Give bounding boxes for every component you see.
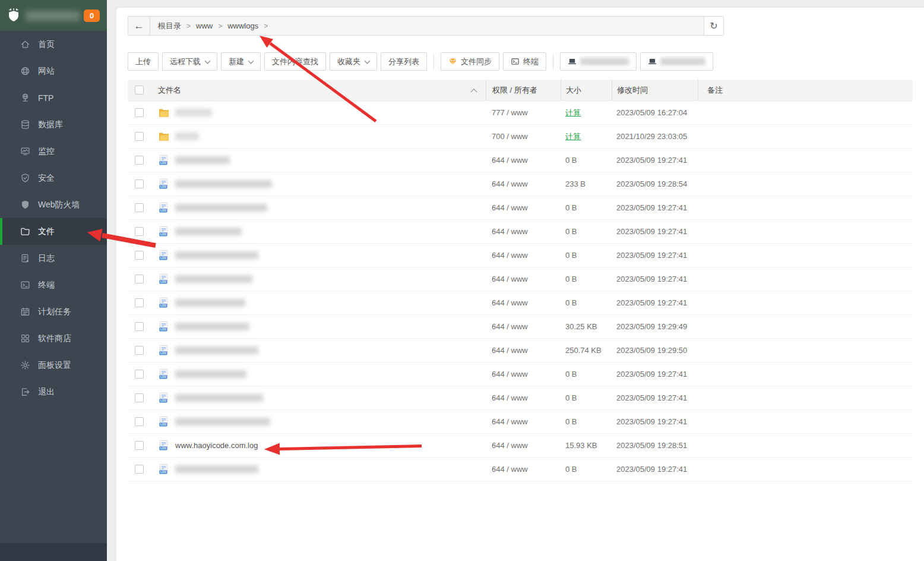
- permission-owner-cell: 644 / www: [486, 203, 561, 212]
- log-file-icon: LOG: [158, 345, 170, 357]
- back-button[interactable]: ←: [128, 17, 150, 35]
- toolbar-new-button[interactable]: 新建: [221, 52, 261, 71]
- redacted-file-name[interactable]: [175, 323, 249, 330]
- sidebar-item-waf[interactable]: Web防火墙: [0, 191, 107, 218]
- file-name-cell: LOG: [156, 178, 486, 190]
- size-cell: 0 B: [561, 370, 612, 379]
- row-checkbox[interactable]: [135, 370, 144, 379]
- size-cell: 15.93 KB: [561, 441, 612, 450]
- row-checkbox[interactable]: [135, 156, 144, 165]
- row-checkbox[interactable]: [135, 108, 144, 117]
- toolbar-redacted-2-button[interactable]: [640, 52, 713, 71]
- redacted-file-name[interactable]: [175, 394, 263, 402]
- toolbar-file-sync-button[interactable]: 文件同步: [441, 52, 499, 71]
- sidebar-item-database[interactable]: 数据库: [0, 111, 107, 138]
- modified-time-cell: 2023/05/09 19:27:41: [612, 298, 698, 307]
- row-checkbox[interactable]: [135, 275, 144, 283]
- sidebar-item-files[interactable]: 文件: [0, 218, 107, 245]
- redacted-file-name[interactable]: [175, 109, 212, 116]
- sidebar-item-label: 首页: [38, 39, 55, 50]
- redacted-file-name[interactable]: [175, 180, 272, 188]
- toolbar-button-label: 上传: [135, 56, 151, 67]
- row-checkbox[interactable]: [135, 251, 144, 260]
- row-checkbox[interactable]: [135, 227, 144, 236]
- row-checkbox[interactable]: [135, 346, 144, 355]
- row-checkbox[interactable]: [135, 465, 144, 474]
- file-name[interactable]: www.haoyicode.com.log: [175, 441, 258, 450]
- row-checkbox[interactable]: [135, 322, 144, 331]
- permission-owner-cell: 777 / www: [486, 108, 561, 117]
- sidebar-item-logout[interactable]: 退出: [0, 379, 107, 405]
- permission-owner-cell: 644 / www: [486, 441, 561, 450]
- redacted-file-name[interactable]: [175, 418, 270, 426]
- chevron-down-icon: [248, 58, 254, 64]
- toolbar-favorites-button[interactable]: 收藏夹: [330, 52, 377, 71]
- sidebar-item-home[interactable]: 首页: [0, 31, 107, 58]
- log-file-icon: LOG: [158, 368, 170, 380]
- calculate-size-link[interactable]: 计算: [565, 131, 581, 142]
- svg-text:LOG: LOG: [160, 257, 166, 260]
- log-file-icon: LOG: [158, 464, 170, 475]
- row-checkbox[interactable]: [135, 417, 144, 426]
- log-file-icon: LOG: [158, 273, 170, 285]
- redacted-file-name[interactable]: [175, 299, 245, 307]
- sidebar-item-settings[interactable]: 面板设置: [0, 352, 107, 379]
- toolbar-upload-button[interactable]: 上传: [128, 52, 159, 71]
- column-header-permissions[interactable]: 权限 / 所有者: [486, 80, 561, 100]
- column-header-modified[interactable]: 修改时间: [612, 80, 698, 100]
- permission-owner-cell: 644 / www: [486, 179, 561, 188]
- row-checkbox[interactable]: [135, 441, 144, 450]
- sidebar-item-security[interactable]: 安全: [0, 165, 107, 191]
- redacted-file-name[interactable]: [175, 133, 199, 140]
- row-checkbox[interactable]: [135, 393, 144, 402]
- select-all-checkbox[interactable]: [135, 86, 144, 94]
- breadcrumb-item[interactable]: 根目录: [158, 21, 181, 31]
- chevron-down-icon: [205, 58, 211, 64]
- redacted-file-name[interactable]: [175, 275, 252, 283]
- breadcrumb-item[interactable]: wwwlogs: [227, 21, 258, 30]
- redacted-file-name[interactable]: [175, 465, 258, 473]
- toolbar-button-label: 收藏夹: [337, 56, 360, 67]
- row-checkbox[interactable]: [135, 298, 144, 307]
- size-cell: 0 B: [561, 393, 612, 402]
- sidebar-item-monitor[interactable]: 监控: [0, 138, 107, 165]
- monitor-icon: [20, 146, 30, 156]
- toolbar-remote-download-button[interactable]: 远程下载: [162, 52, 217, 71]
- sidebar-item-ftp[interactable]: FTP: [0, 84, 107, 111]
- redacted-file-name[interactable]: [175, 156, 230, 164]
- redacted-file-name[interactable]: [175, 228, 242, 235]
- toolbar-content-search-button[interactable]: 文件内容查找: [264, 52, 326, 71]
- column-header-size[interactable]: 大小: [561, 80, 612, 100]
- row-checkbox[interactable]: [135, 179, 144, 188]
- permission-owner-cell: 644 / www: [486, 370, 561, 379]
- svg-text:LOG: LOG: [160, 162, 166, 165]
- toolbar-terminal-button[interactable]: 终端: [503, 52, 546, 71]
- file-name-cell: [156, 131, 486, 143]
- sort-chevron-up-icon[interactable]: [470, 89, 477, 95]
- laptop-icon: [568, 57, 577, 66]
- row-checkbox[interactable]: [135, 203, 144, 212]
- file-name-cell: LOG: [156, 202, 486, 214]
- sidebar-item-logs[interactable]: 日志: [0, 245, 107, 272]
- refresh-button[interactable]: ↻: [704, 17, 723, 35]
- redacted-file-name[interactable]: [175, 346, 258, 354]
- sidebar-item-cron[interactable]: 计划任务: [0, 298, 107, 325]
- breadcrumb-separator: >: [218, 22, 222, 30]
- redacted-file-name[interactable]: [175, 370, 246, 378]
- row-checkbox[interactable]: [135, 132, 144, 141]
- calculate-size-link[interactable]: 计算: [565, 108, 581, 118]
- toolbar-redacted-1-button[interactable]: [560, 52, 637, 71]
- table-header: 文件名 权限 / 所有者 大小 修改时间 备注: [128, 80, 913, 101]
- size-cell: 0 B: [561, 227, 612, 236]
- redacted-file-name[interactable]: [175, 204, 267, 212]
- sidebar-item-appstore[interactable]: 软件商店: [0, 325, 107, 352]
- sidebar-item-terminal[interactable]: 终端: [0, 272, 107, 298]
- message-count-badge[interactable]: 0: [84, 10, 100, 22]
- toolbar-share-list-button[interactable]: 分享列表: [381, 52, 427, 71]
- sidebar-item-site[interactable]: 网站: [0, 58, 107, 84]
- breadcrumb-item[interactable]: www: [196, 21, 213, 30]
- sidebar-item-label: FTP: [38, 93, 53, 103]
- column-header-filename[interactable]: 文件名: [156, 80, 486, 100]
- redacted-file-name[interactable]: [175, 251, 258, 259]
- breadcrumb-separator: >: [264, 22, 268, 30]
